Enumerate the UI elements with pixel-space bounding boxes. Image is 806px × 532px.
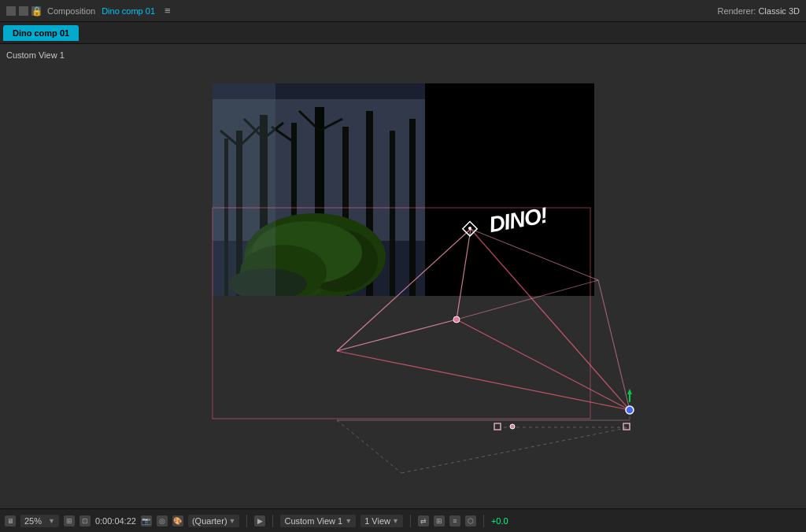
view-name-dropdown[interactable]: Custom View 1 ▼ — [280, 515, 356, 527]
composition-name: Dino comp 01 — [102, 6, 155, 16]
svg-point-44 — [626, 406, 634, 414]
svg-rect-8 — [390, 131, 395, 296]
svg-line-36 — [337, 420, 401, 473]
view-count-value: 1 View — [364, 516, 390, 526]
view-count-arrow: ▼ — [392, 517, 399, 525]
svg-rect-25 — [213, 83, 275, 296]
quality-arrow: ▼ — [229, 517, 236, 525]
comp-tab[interactable]: Dino comp 01 — [3, 25, 79, 41]
view-name-value: Custom View 1 — [284, 516, 342, 526]
motion-blur-icon[interactable]: ◎ — [157, 515, 168, 526]
zoom-dropdown[interactable]: 25% ▼ — [20, 515, 59, 527]
svg-rect-48 — [623, 423, 630, 430]
grid-icon[interactable]: ⊞ — [434, 515, 445, 526]
separator-1 — [246, 515, 247, 527]
window-icon-2 — [19, 6, 28, 16]
renderer-label: Renderer: Classic 3D — [717, 6, 800, 16]
title-bar: 🔒 Composition Dino comp 01 ≡ Renderer: C… — [0, 0, 806, 22]
monitor-icon: 🖥 — [5, 515, 16, 526]
tab-bar: Dino comp 01 — [0, 22, 806, 44]
forest-background — [213, 83, 594, 296]
3d-icon[interactable]: ⬡ — [465, 515, 476, 526]
svg-point-43 — [453, 316, 460, 323]
composition-label: Composition — [47, 6, 95, 16]
separator-3 — [410, 515, 411, 527]
transfer-icon[interactable]: ⇄ — [418, 515, 429, 526]
svg-rect-10 — [409, 119, 416, 296]
timecode: 0:00:04:22 — [95, 516, 136, 526]
zoom-arrow: ▼ — [48, 517, 55, 525]
fast-preview-icon[interactable]: ▶ — [254, 515, 265, 526]
svg-point-49 — [510, 424, 515, 429]
view-name-arrow: ▼ — [345, 517, 352, 525]
exposure-value: +0.0 — [491, 516, 508, 526]
comp-icon-1[interactable]: ⊞ — [64, 515, 75, 526]
svg-rect-47 — [494, 423, 501, 430]
svg-line-31 — [457, 320, 630, 410]
view-count-dropdown[interactable]: 1 View ▼ — [360, 515, 403, 527]
channels-icon[interactable]: ≡ — [449, 515, 460, 526]
view-area: Custom View 1 — [0, 44, 806, 508]
menu-icon[interactable]: ≡ — [165, 5, 171, 17]
region-icon[interactable]: ⊡ — [79, 515, 91, 526]
comp-canvas: DINO! — [213, 83, 594, 296]
separator-2 — [272, 515, 273, 527]
camera-icon[interactable]: 📷 — [141, 515, 152, 526]
quality-value: (Quarter) — [192, 516, 227, 526]
zoom-value: 25% — [24, 516, 46, 526]
custom-view-label: Custom View 1 — [6, 50, 65, 60]
svg-marker-46 — [627, 389, 632, 394]
quality-dropdown[interactable]: (Quarter) ▼ — [188, 515, 240, 527]
lock-icon: 🔒 — [31, 6, 41, 16]
svg-line-37 — [401, 427, 630, 473]
svg-rect-24 — [425, 83, 594, 296]
separator-4 — [483, 515, 484, 527]
color-icon[interactable]: 🎨 — [172, 515, 183, 526]
svg-line-34 — [598, 280, 630, 410]
renderer-value: Classic 3D — [758, 6, 800, 16]
window-icon-1 — [6, 6, 16, 16]
status-bar: 🖥 25% ▼ ⊞ ⊡ 0:00:04:22 📷 ◎ 🎨 (Quarter) ▼… — [0, 508, 806, 532]
svg-line-29 — [337, 320, 457, 351]
svg-line-32 — [337, 351, 630, 410]
window-icons: 🔒 — [6, 6, 41, 16]
